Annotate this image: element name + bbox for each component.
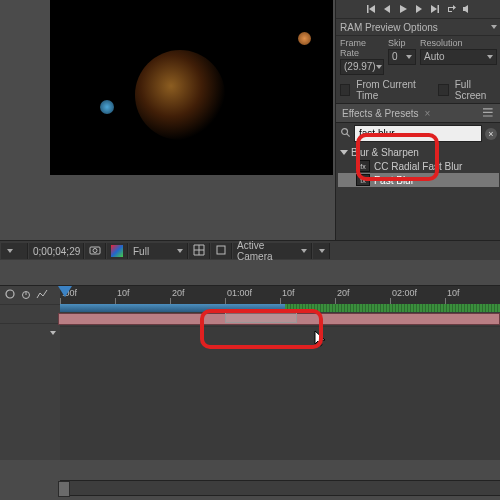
preview-playback-row bbox=[336, 0, 500, 18]
full-screen-label: Full Screen bbox=[455, 79, 497, 101]
effect-label: CC Radial Fast Blur bbox=[374, 161, 462, 172]
cached-region bbox=[285, 304, 500, 312]
timeline-layer-row-controls[interactable] bbox=[0, 323, 60, 342]
magnification-value: Full bbox=[133, 246, 149, 257]
timeline-panel: :00f10f20f01:00f10f20f02:00f10f bbox=[0, 285, 500, 461]
last-frame-icon[interactable] bbox=[428, 2, 442, 16]
ruler-label: 02:00f bbox=[392, 288, 417, 298]
snapshot-button[interactable] bbox=[85, 243, 106, 259]
selected-region[interactable] bbox=[225, 311, 297, 323]
from-current-time-checkbox[interactable] bbox=[340, 84, 350, 96]
zoom-dropdown[interactable] bbox=[1, 243, 28, 259]
composition-footer: 0;00;04;29 Full Active Camera bbox=[0, 240, 500, 262]
time-navigator[interactable] bbox=[60, 480, 500, 496]
chevron-down-icon bbox=[50, 331, 56, 335]
composition-viewer bbox=[0, 0, 335, 240]
time-ruler[interactable]: :00f10f20f01:00f10f20f02:00f10f bbox=[60, 286, 500, 305]
effect-icon: fx bbox=[356, 160, 370, 172]
effects-search-input[interactable]: fast blur bbox=[354, 125, 482, 142]
resolution-field[interactable]: Auto bbox=[420, 49, 497, 65]
next-frame-icon[interactable] bbox=[412, 2, 426, 16]
mask-button[interactable] bbox=[211, 243, 232, 259]
svg-rect-3 bbox=[217, 246, 225, 254]
svg-point-2 bbox=[93, 249, 97, 253]
grid-icon bbox=[193, 244, 205, 258]
timeline-left-column bbox=[0, 286, 61, 461]
active-camera-value: Active Camera bbox=[237, 240, 301, 262]
chevron-down-icon bbox=[376, 65, 382, 69]
effects-category[interactable]: Blur & Sharpen bbox=[338, 146, 499, 159]
effect-icon: fx bbox=[356, 174, 370, 186]
panel-menu-icon[interactable] bbox=[483, 108, 495, 118]
framerate-label: Frame Rate bbox=[340, 38, 384, 58]
from-current-time-label: From Current Time bbox=[356, 79, 426, 101]
chevron-down-icon bbox=[406, 55, 412, 59]
preview-and-effects-column: RAM Preview Options Frame Rate (29.97) S… bbox=[335, 0, 500, 240]
skip-label: Skip bbox=[388, 38, 416, 48]
ruler-label: 01:00f bbox=[227, 288, 252, 298]
effect-item-cc-radial-fast-blur[interactable]: fx CC Radial Fast Blur bbox=[338, 159, 499, 173]
svg-point-4 bbox=[6, 290, 14, 298]
timeline-track-area[interactable] bbox=[60, 304, 500, 461]
ruler-label: 20f bbox=[172, 288, 185, 298]
timecode-display[interactable]: 0;00;04;29 bbox=[29, 243, 84, 259]
clear-search-icon[interactable]: × bbox=[485, 128, 497, 140]
chevron-down-icon bbox=[491, 25, 497, 29]
disclosure-triangle-icon bbox=[340, 150, 348, 155]
ram-preview-options-dropdown[interactable]: RAM Preview Options bbox=[336, 18, 500, 36]
ruler-label: 20f bbox=[337, 288, 350, 298]
effects-search-value: fast blur bbox=[359, 128, 395, 139]
effects-presets-header[interactable]: Effects & Presets × bbox=[336, 103, 500, 123]
effect-label: Fast Blur bbox=[374, 175, 414, 186]
full-screen-checkbox[interactable] bbox=[438, 84, 448, 96]
panel-gap bbox=[0, 260, 500, 285]
magnification-dropdown[interactable]: Full bbox=[129, 243, 188, 259]
chevron-down-icon bbox=[7, 249, 13, 253]
flare-dot bbox=[298, 32, 311, 45]
view-layout-dropdown[interactable] bbox=[313, 243, 330, 259]
play-icon[interactable] bbox=[396, 2, 410, 16]
effects-category-label: Blur & Sharpen bbox=[351, 147, 419, 158]
navigator-handle[interactable] bbox=[58, 481, 70, 497]
bottom-bar bbox=[0, 460, 500, 500]
timeline-tool-row bbox=[0, 286, 60, 304]
loop-icon[interactable] bbox=[444, 2, 458, 16]
framerate-value: (29.97) bbox=[344, 60, 376, 74]
ruler-label: 10f bbox=[447, 288, 460, 298]
graph-editor-icon[interactable] bbox=[36, 288, 48, 302]
chevron-down-icon bbox=[177, 249, 183, 253]
playhead-icon[interactable] bbox=[58, 286, 72, 300]
flare-dot bbox=[100, 100, 114, 114]
framerate-field[interactable]: (29.97) bbox=[340, 59, 384, 75]
grid-button[interactable] bbox=[189, 243, 210, 259]
mute-icon[interactable] bbox=[460, 2, 474, 16]
chevron-down-icon bbox=[487, 55, 493, 59]
active-camera-dropdown[interactable]: Active Camera bbox=[233, 243, 312, 259]
skip-field[interactable]: 0 bbox=[388, 49, 416, 65]
viewer-canvas[interactable] bbox=[50, 0, 333, 175]
stopwatch-icon[interactable] bbox=[20, 288, 32, 302]
camera-icon bbox=[89, 244, 101, 258]
ruler-label: 10f bbox=[117, 288, 130, 298]
work-area-row bbox=[60, 304, 500, 327]
timeline-layer-header bbox=[0, 304, 60, 323]
mask-icon bbox=[215, 244, 227, 258]
channel-button[interactable] bbox=[107, 243, 128, 259]
ram-preview-options-label: RAM Preview Options bbox=[340, 22, 489, 33]
chevron-down-icon bbox=[319, 249, 325, 253]
first-frame-icon[interactable] bbox=[364, 2, 378, 16]
svg-point-0 bbox=[342, 129, 348, 135]
effect-item-fast-blur[interactable]: fx Fast Blur bbox=[338, 173, 499, 187]
effects-presets-title: Effects & Presets bbox=[342, 108, 419, 119]
chevron-down-icon bbox=[301, 249, 307, 253]
search-icon bbox=[340, 127, 351, 140]
panel-close-icon[interactable]: × bbox=[425, 108, 431, 119]
effects-list: Blur & Sharpen fx CC Radial Fast Blur fx… bbox=[336, 144, 500, 189]
channel-swatch-icon bbox=[111, 245, 123, 257]
shy-icon[interactable] bbox=[4, 288, 16, 302]
skip-value: 0 bbox=[392, 50, 398, 64]
prev-frame-icon[interactable] bbox=[380, 2, 394, 16]
timecode-value: 0;00;04;29 bbox=[33, 246, 80, 257]
lens-flare-graphic bbox=[135, 50, 225, 140]
ruler-label: 10f bbox=[282, 288, 295, 298]
